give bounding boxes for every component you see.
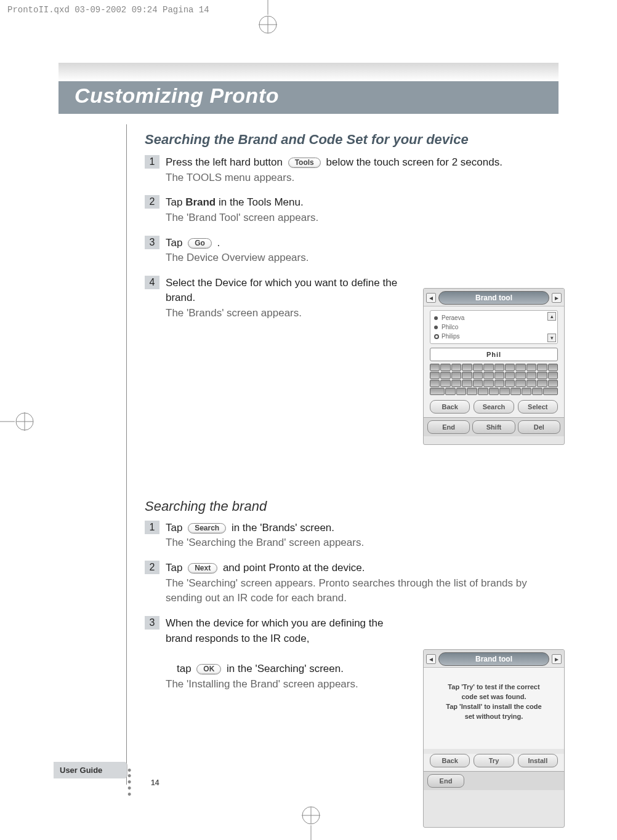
hard-shift-button[interactable]: Shift	[472, 420, 515, 434]
svg-point-8	[302, 807, 320, 824]
step-result: The TOOLS menu appears.	[166, 172, 294, 183]
step-number: 4	[145, 276, 159, 289]
list-item[interactable]: Philips	[442, 333, 459, 340]
svg-point-5	[16, 413, 33, 430]
step: 3 Tap Go . The Device Overview appears.	[145, 236, 559, 266]
step-text: below the touch screen for 2 seconds.	[326, 156, 502, 168]
step-result: The 'Installing the Brand' screen appear…	[166, 678, 358, 690]
search-button[interactable]: Search	[188, 523, 226, 534]
step-text: Press the left hard button	[166, 156, 286, 168]
step-text: tap	[177, 663, 194, 674]
step: 1 Press the left hard button Tools below…	[145, 155, 559, 185]
step-text: and point Pronto at the device.	[223, 562, 365, 574]
step-result: The 'Brand Tool' screen appears.	[166, 212, 318, 223]
step-number: 3	[145, 616, 159, 630]
step-text: in the 'Brands' screen.	[232, 522, 334, 534]
step-number: 2	[145, 561, 159, 574]
section-heading: Searching the Brand and Code Set for you…	[145, 132, 559, 148]
list-item[interactable]: Philco	[442, 324, 458, 330]
hard-del-button[interactable]: Del	[518, 420, 560, 434]
page-banner: Customizing Pronto	[58, 63, 559, 112]
step-text: in the 'Searching' screen.	[227, 663, 344, 674]
next-button[interactable]: Next	[188, 563, 217, 574]
soft-search-button[interactable]: Search	[474, 400, 514, 414]
soft-try-button[interactable]: Try	[474, 754, 514, 767]
page-number: 14	[151, 778, 159, 787]
screen-title: Brand tool	[438, 652, 549, 666]
step-text: Tap	[166, 196, 185, 208]
nav-left-icon[interactable]: ◂	[426, 293, 436, 303]
step-result: The 'Searching' screen appears. Pronto s…	[166, 577, 527, 604]
ok-button[interactable]: OK	[196, 664, 221, 674]
step-text: Tap	[166, 522, 185, 534]
step-text: in the Tools Menu.	[216, 196, 303, 208]
step-number: 2	[145, 195, 159, 209]
page-title: Customizing Pronto	[75, 84, 542, 108]
step-number: 1	[145, 155, 159, 169]
step-text: Tap	[166, 562, 185, 574]
step: 4 Select the Device for which you want t…	[145, 276, 403, 321]
screen-message: Tap 'Try' to test if the correct code se…	[424, 668, 564, 749]
decorative-dots: •••••	[127, 768, 131, 798]
soft-install-button[interactable]: Install	[518, 754, 558, 767]
step: 2 Tap Next and point Pronto at the devic…	[145, 561, 559, 606]
step-number: 3	[145, 236, 159, 249]
svg-point-1	[259, 16, 276, 33]
step-text: .	[217, 237, 220, 249]
user-guide-tab: User Guide	[54, 762, 127, 778]
soft-select-button[interactable]: Select	[518, 400, 558, 414]
step-text: Select the Device for which you want to …	[166, 277, 397, 304]
step-text: Tap	[166, 237, 185, 249]
nav-right-icon[interactable]: ▸	[552, 654, 562, 664]
crop-mark-left	[0, 412, 37, 431]
tools-button[interactable]: Tools	[288, 158, 321, 168]
list-item[interactable]: Peraeva	[442, 314, 464, 321]
soft-back-button[interactable]: Back	[430, 754, 470, 767]
hard-end-button[interactable]: End	[427, 420, 470, 434]
step: 3 When the device for which you are defi…	[145, 616, 409, 692]
crop-mark-bottom	[302, 803, 320, 840]
crop-mark-top	[259, 0, 277, 37]
onscreen-keyboard[interactable]	[430, 364, 558, 395]
step-result: The 'Brands' screen appears.	[166, 307, 302, 319]
step: 2 Tap Brand in the Tools Menu. The 'Bran…	[145, 195, 559, 225]
screen-title: Brand tool	[438, 291, 549, 305]
step-number: 1	[145, 521, 159, 534]
page-content: Searching the Brand and Code Set for you…	[58, 124, 559, 803]
soft-back-button[interactable]: Back	[430, 400, 470, 414]
scroll-up-icon[interactable]: ▴	[547, 312, 556, 321]
device-screenshot-install: ◂ Brand tool ▸ Tap 'Try' to test if the …	[423, 649, 565, 828]
step-bold: Brand	[185, 196, 216, 208]
subsection-heading: Searching the brand	[145, 498, 559, 514]
brand-list[interactable]: ▴ Peraeva Philco Philips ▾	[430, 310, 558, 344]
go-button[interactable]: Go	[188, 238, 212, 249]
step-result: The Device Overview appears.	[166, 252, 308, 263]
step: 1 Tap Search in the 'Brands' screen. The…	[145, 521, 559, 551]
device-screenshot-brands: ◂ Brand tool ▸ ▴ Peraeva Philco Philips …	[423, 288, 565, 445]
nav-left-icon[interactable]: ◂	[426, 654, 436, 664]
nav-right-icon[interactable]: ▸	[552, 293, 562, 303]
scroll-down-icon[interactable]: ▾	[547, 334, 556, 342]
step-text: When the device for which you are defini…	[166, 617, 383, 644]
margin-rule	[126, 124, 127, 785]
hard-end-button[interactable]: End	[427, 774, 464, 788]
search-input[interactable]: Phil	[430, 348, 558, 361]
step-result: The 'Searching the Brand' screen appears…	[166, 537, 364, 548]
print-metadata: ProntoII.qxd 03-09-2002 09:24 Pagina 14	[7, 5, 209, 15]
